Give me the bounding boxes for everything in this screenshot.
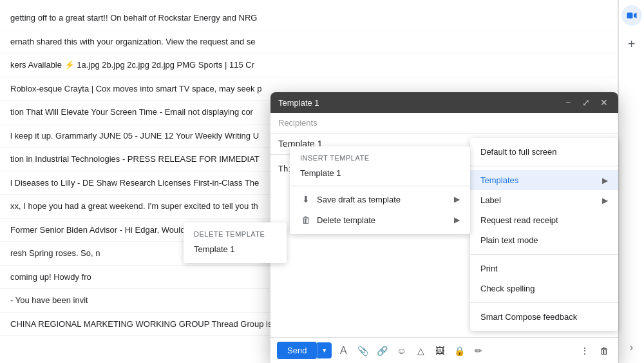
compose-toolbar: Send ▾ A 📎 🔗 ☺ △ 🖼 🔒 ✏ ⋮ 🗑 — [270, 337, 618, 363]
link-icon[interactable]: 🔗 — [374, 343, 390, 358]
photo-icon[interactable]: 🖼 — [432, 343, 448, 358]
send-dropdown-button[interactable]: ▾ — [317, 342, 332, 358]
meet-icon[interactable] — [621, 5, 642, 26]
ctx-sep-2 — [470, 254, 618, 255]
send-button[interactable]: Send — [277, 342, 317, 359]
save-arrow: ▶ — [454, 195, 460, 204]
more-options-icon[interactable]: ⋮ — [577, 343, 592, 358]
compose-recipients[interactable]: Recipients — [270, 113, 618, 133]
trash-icon[interactable]: 🗑 — [596, 343, 612, 358]
lock-icon[interactable]: 🔒 — [451, 343, 467, 358]
email-list-item[interactable]: getting off to a great start!! On behalf… — [0, 6, 618, 30]
save-draft-template-item[interactable]: ⬇ Save draft as template ▶ — [290, 189, 470, 210]
compose-header-icons: − ⤢ ✕ — [562, 97, 611, 108]
email-list-item[interactable]: kers Available ⚡ 1a.jpg 2b.jpg 2c.jpg 2d… — [0, 54, 618, 77]
svg-rect-0 — [627, 13, 632, 19]
ctx-check-spelling[interactable]: Check spelling — [470, 279, 618, 299]
ctx-templates[interactable]: Templates ▶ — [470, 170, 618, 190]
ctx-smart-compose[interactable]: Smart Compose feedback — [470, 307, 618, 327]
template1-delete-item[interactable]: Template 1 — [184, 239, 287, 259]
email-list-item[interactable]: ernath shared this with your organizatio… — [0, 30, 618, 54]
insert-template-label: INSERT TEMPLATE — [290, 150, 470, 163]
expand-icon[interactable]: ⤢ — [580, 97, 592, 108]
right-arrow-icon[interactable]: › — [621, 337, 642, 358]
ctx-sep-3 — [470, 302, 618, 303]
ctx-sep-1 — [470, 166, 618, 166]
right-sidebar: + › — [618, 0, 644, 363]
svg-marker-1 — [634, 13, 637, 19]
delete-arrow: ▶ — [454, 215, 460, 224]
delete-icon: 🗑 — [300, 215, 312, 225]
format-text-icon[interactable]: A — [336, 343, 351, 358]
templates-arrow: ▶ — [602, 176, 608, 185]
save-draft-label: Save draft as template — [317, 195, 401, 204]
attach-icon[interactable]: 📎 — [355, 343, 370, 358]
delete-template-submenu: DELETE TEMPLATE Template 1 — [184, 222, 287, 263]
ctx-label[interactable]: Label ▶ — [470, 190, 618, 210]
save-icon: ⬇ — [300, 194, 312, 204]
ctx-default-full-screen[interactable]: Default to full screen — [470, 142, 618, 162]
more-options-menu: Default to full screen Templates ▶ Label… — [470, 138, 618, 331]
plus-icon[interactable]: + — [621, 34, 642, 54]
delete-template-item[interactable]: 🗑 Delete template ▶ — [290, 210, 470, 230]
signature-icon[interactable]: ✏ — [471, 343, 486, 358]
ctx-plain-text[interactable]: Plain text mode — [470, 230, 618, 250]
template1-insert-item[interactable]: Template 1 — [290, 163, 470, 183]
template1-insert-label: Template 1 — [300, 168, 341, 178]
close-icon[interactable]: ✕ — [598, 97, 611, 108]
delete-template-label: Delete template — [317, 215, 375, 225]
compose-header: Template 1 − ⤢ ✕ — [270, 92, 618, 113]
compose-title: Template 1 — [278, 98, 319, 108]
ctx-read-receipt[interactable]: Request read receipt — [470, 210, 618, 230]
recipients-placeholder: Recipients — [278, 118, 317, 128]
label-arrow: ▶ — [602, 196, 608, 205]
delete-template-section-label: DELETE TEMPLATE — [184, 226, 287, 239]
submenu-sep-1 — [290, 186, 470, 186]
minimize-icon[interactable]: − — [562, 97, 574, 108]
emoji-icon[interactable]: ☺ — [393, 343, 409, 358]
drive-icon[interactable]: △ — [413, 343, 428, 358]
ctx-print[interactable]: Print — [470, 259, 618, 279]
templates-submenu: INSERT TEMPLATE Template 1 ⬇ Save draft … — [290, 146, 470, 234]
